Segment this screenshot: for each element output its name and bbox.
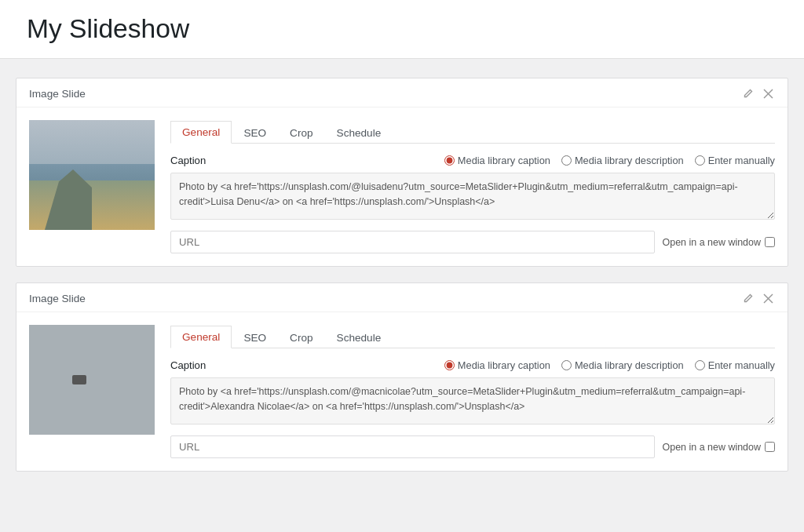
slide-2-radio-enter-manually-label: Enter manually — [708, 359, 775, 371]
slide-1-tab-seo[interactable]: SEO — [232, 121, 278, 144]
slide-2-tab-seo[interactable]: SEO — [232, 326, 278, 348]
slide-2-label: Image Slide — [29, 293, 86, 304]
slide-1-tabs: General SEO Crop Schedule — [170, 120, 775, 144]
slide-2-caption-label: Caption — [170, 359, 217, 371]
slide-2-open-new-window-checkbox[interactable] — [765, 442, 775, 452]
slide-1-thumb-landscape — [29, 120, 155, 230]
slide-1-label: Image Slide — [29, 88, 86, 100]
slide-2-radio-media-caption-input[interactable] — [444, 360, 455, 370]
slide-1-radio-media-desc[interactable]: Media library description — [561, 155, 684, 166]
page-wrapper: My Slideshow Image Slide — [0, 0, 804, 532]
slide-2-open-new-window[interactable]: Open in a new window — [663, 442, 775, 453]
slide-1-radio-media-caption-label: Media library caption — [458, 155, 550, 166]
slide-1-url-input[interactable] — [170, 231, 655, 253]
slide-card-2: Image Slide — [16, 282, 788, 472]
slide-2-url-row: Open in a new window — [170, 435, 775, 458]
slide-1-caption-label: Caption — [170, 155, 217, 166]
slide-1-radio-media-desc-input[interactable] — [561, 155, 572, 166]
slide-1-open-new-window-checkbox[interactable] — [765, 237, 775, 247]
slide-1-radio-media-caption-input[interactable] — [444, 155, 455, 166]
slide-1-caption-row: Caption Media library caption Media libr… — [170, 155, 775, 166]
slide-1-tab-crop[interactable]: Crop — [278, 121, 324, 144]
slide-2-radio-enter-manually[interactable]: Enter manually — [695, 359, 775, 371]
slide-2-open-new-window-label: Open in a new window — [663, 442, 761, 453]
slide-1-radio-enter-manually-label: Enter manually — [708, 155, 775, 166]
slide-1-tab-schedule[interactable]: Schedule — [325, 121, 393, 144]
slide-1-body: General SEO Crop Schedule Caption Media … — [16, 107, 788, 266]
slide-2-caption-textarea[interactable]: Photo by <a href='https://unsplash.com/@… — [170, 377, 775, 425]
slide-1-content: General SEO Crop Schedule Caption Media … — [170, 120, 775, 253]
slide-2-radio-media-caption-label: Media library caption — [458, 359, 550, 371]
page-title: My Slideshow — [16, 14, 788, 44]
slide-1-radio-group: Media library caption Media library desc… — [444, 155, 775, 166]
slide-2-thumbnail — [29, 325, 155, 435]
slide-2-tab-crop[interactable]: Crop — [278, 326, 324, 348]
slide-1-radio-media-desc-label: Media library description — [575, 155, 684, 166]
slide-card-1-header: Image Slide — [16, 78, 788, 107]
slide-1-caption-textarea[interactable]: Photo by <a href='https://unsplash.com/@… — [170, 173, 775, 220]
slide-1-edit-button[interactable] — [741, 86, 755, 100]
slide-1-radio-enter-manually-input[interactable] — [695, 155, 705, 166]
slide-card-1: Image Slide — [16, 78, 788, 267]
slide-1-radio-media-caption[interactable]: Media library caption — [444, 155, 550, 166]
slide-1-open-new-window-label: Open in a new window — [663, 237, 761, 248]
slide-2-radio-enter-manually-input[interactable] — [695, 360, 705, 370]
slide-2-url-input[interactable] — [170, 435, 655, 458]
slide-2-edit-button[interactable] — [741, 291, 755, 305]
slide-2-road — [29, 325, 155, 435]
page-header: My Slideshow — [0, 0, 804, 59]
slide-card-2-header: Image Slide — [16, 283, 788, 312]
slide-1-radio-enter-manually[interactable]: Enter manually — [695, 155, 775, 166]
slide-2-radio-media-desc-input[interactable] — [561, 360, 572, 370]
slide-2-radio-group: Media library caption Media library desc… — [444, 359, 775, 371]
slide-2-close-button[interactable] — [762, 292, 775, 305]
slide-2-caption-row: Caption Media library caption Media libr… — [170, 359, 775, 371]
slide-1-close-button[interactable] — [762, 87, 775, 100]
slide-2-car — [72, 375, 86, 384]
slide-1-actions — [741, 86, 775, 100]
slide-2-radio-media-desc-label: Media library description — [575, 359, 684, 371]
slide-2-radio-media-caption[interactable]: Media library caption — [444, 359, 550, 371]
slide-2-body: General SEO Crop Schedule Caption Media … — [16, 312, 788, 471]
slide-2-radio-media-desc[interactable]: Media library description — [561, 359, 684, 371]
slide-1-tab-general[interactable]: General — [170, 121, 232, 144]
slide-2-tabs: General SEO Crop Schedule — [170, 325, 775, 348]
slide-2-actions — [741, 291, 775, 305]
slide-2-content: General SEO Crop Schedule Caption Media … — [170, 325, 775, 458]
slide-2-tab-schedule[interactable]: Schedule — [325, 326, 393, 348]
slide-1-open-new-window[interactable]: Open in a new window — [663, 237, 775, 248]
slide-1-thumbnail — [29, 120, 155, 230]
slide-1-url-row: Open in a new window — [170, 231, 775, 253]
slide-2-tab-general[interactable]: General — [170, 326, 232, 348]
slide-1-sky — [29, 120, 155, 164]
